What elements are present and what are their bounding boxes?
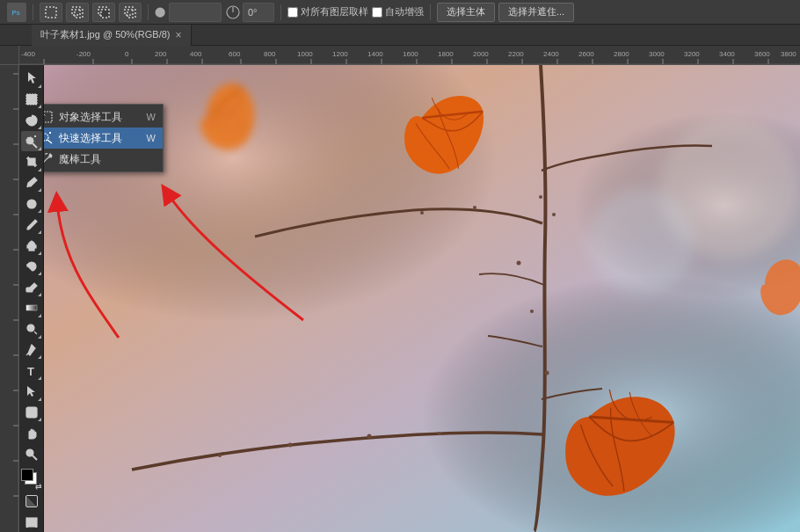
svg-text:1200: 1200 bbox=[332, 50, 348, 58]
eraser-tool[interactable] bbox=[21, 277, 42, 297]
quick-select-menu-icon bbox=[44, 131, 54, 145]
quick-select-tool[interactable] bbox=[21, 131, 42, 151]
svg-text:3600: 3600 bbox=[754, 50, 770, 58]
object-select-icon bbox=[44, 110, 54, 124]
swap-colors-icon[interactable]: ⇄ bbox=[35, 482, 42, 491]
add-selection-btn[interactable] bbox=[66, 3, 89, 22]
svg-marker-86 bbox=[27, 386, 35, 397]
ps-icon[interactable]: Ps bbox=[7, 3, 26, 22]
gradient-tool[interactable] bbox=[21, 298, 42, 318]
svg-text:-400: -400 bbox=[21, 50, 36, 58]
sep1 bbox=[33, 4, 33, 20]
sep3 bbox=[280, 4, 281, 20]
svg-rect-71 bbox=[26, 94, 37, 105]
select-mask-button[interactable]: 选择并遮住... bbox=[498, 3, 574, 22]
new-selection-btn[interactable] bbox=[40, 3, 62, 22]
quick-mask-icon bbox=[25, 495, 38, 507]
pen-tool[interactable] bbox=[21, 340, 42, 361]
tool-submenu-indicator bbox=[38, 314, 41, 317]
brush-size-input[interactable] bbox=[169, 3, 222, 22]
lasso-tool[interactable] bbox=[21, 110, 42, 130]
brush-tool[interactable] bbox=[21, 215, 42, 235]
tool-submenu-indicator bbox=[38, 126, 41, 129]
tool-submenu-indicator bbox=[38, 251, 41, 255]
history-brush-tool[interactable] bbox=[21, 257, 42, 277]
color-swatches[interactable]: ⇄ bbox=[21, 469, 42, 489]
svg-point-105 bbox=[552, 213, 556, 216]
tool-submenu-indicator bbox=[38, 84, 41, 88]
intersect-selection-btn[interactable] bbox=[119, 3, 142, 22]
svg-rect-112 bbox=[44, 112, 52, 122]
move-tool[interactable] bbox=[21, 69, 42, 89]
svg-rect-2 bbox=[72, 7, 80, 15]
hand-tool[interactable] bbox=[21, 423, 42, 443]
svg-text:T: T bbox=[27, 365, 34, 378]
auto-enhance-checkbox[interactable] bbox=[372, 7, 382, 18]
svg-point-110 bbox=[288, 443, 293, 448]
ruler-h-svg: -400 -200 0 200 400 600 800 1000 1200 14… bbox=[19, 46, 800, 65]
tool-submenu-indicator bbox=[38, 355, 41, 359]
svg-point-106 bbox=[473, 206, 476, 209]
dodge-tool[interactable] bbox=[21, 319, 42, 339]
tool-submenu-indicator bbox=[38, 376, 41, 380]
ruler-v-svg bbox=[0, 65, 19, 532]
svg-point-104 bbox=[539, 195, 542, 199]
svg-text:2600: 2600 bbox=[578, 50, 594, 58]
svg-text:-200: -200 bbox=[76, 50, 91, 58]
svg-point-107 bbox=[420, 211, 424, 215]
sep4 bbox=[430, 4, 431, 20]
svg-text:2400: 2400 bbox=[543, 50, 559, 58]
auto-enhance-label: 自动增强 bbox=[385, 5, 424, 18]
svg-rect-7 bbox=[127, 10, 135, 18]
foreground-color-swatch[interactable] bbox=[21, 469, 33, 481]
marquee-tool[interactable] bbox=[21, 90, 42, 110]
tab-close-button[interactable]: × bbox=[176, 29, 182, 41]
object-select-label: 对象选择工具 bbox=[59, 110, 122, 125]
svg-line-115 bbox=[44, 156, 50, 163]
angle-input[interactable]: 0° bbox=[243, 3, 274, 22]
stamp-tool[interactable] bbox=[21, 236, 42, 256]
svg-point-72 bbox=[26, 137, 33, 144]
text-tool[interactable]: T bbox=[21, 361, 42, 381]
svg-point-103 bbox=[545, 371, 549, 375]
quick-mask-tool[interactable] bbox=[21, 492, 42, 512]
magic-wand-icon bbox=[44, 152, 54, 166]
healing-tool[interactable] bbox=[21, 193, 42, 214]
svg-text:800: 800 bbox=[264, 50, 276, 58]
svg-text:1800: 1800 bbox=[438, 50, 454, 58]
all-layers-checkbox-label[interactable]: 对所有图层取样 bbox=[287, 5, 368, 18]
toolbar: T ⇄ bbox=[19, 65, 44, 532]
svg-rect-3 bbox=[75, 10, 83, 18]
object-select-menu-item[interactable]: 对象选择工具 W bbox=[44, 106, 163, 128]
crop-tool[interactable] bbox=[21, 152, 42, 172]
quick-select-menu-item[interactable]: 快速选择工具 W bbox=[44, 128, 163, 149]
tool-submenu-indicator bbox=[38, 418, 41, 421]
svg-marker-116 bbox=[49, 154, 52, 157]
svg-rect-5 bbox=[101, 10, 109, 18]
all-layers-checkbox[interactable] bbox=[287, 7, 298, 18]
tool-submenu-indicator bbox=[38, 397, 41, 401]
svg-text:3000: 3000 bbox=[649, 50, 665, 58]
magic-wand-label: 魔棒工具 bbox=[59, 152, 101, 167]
path-select-tool[interactable] bbox=[21, 382, 42, 402]
shape-tool[interactable] bbox=[21, 403, 42, 423]
svg-point-108 bbox=[367, 434, 372, 439]
tool-submenu-indicator bbox=[38, 293, 41, 296]
svg-line-83 bbox=[34, 332, 37, 334]
select-subject-button[interactable]: 选择主体 bbox=[437, 3, 495, 22]
svg-marker-70 bbox=[28, 72, 36, 84]
svg-text:3800: 3800 bbox=[781, 50, 796, 58]
svg-rect-79 bbox=[29, 248, 34, 251]
magic-wand-menu-item[interactable]: 魔棒工具 bbox=[44, 149, 163, 170]
svg-line-89 bbox=[33, 455, 37, 460]
tool-submenu-indicator bbox=[38, 147, 41, 150]
canvas-area: 对象选择工具 W 快速选择工具 W bbox=[44, 65, 800, 532]
eyedropper-tool[interactable] bbox=[21, 173, 42, 193]
subtract-selection-btn[interactable] bbox=[92, 3, 115, 22]
auto-enhance-checkbox-label[interactable]: 自动增强 bbox=[372, 5, 424, 18]
zoom-tool[interactable] bbox=[21, 444, 42, 464]
brush-size-label: ⬤ bbox=[155, 6, 165, 18]
ruler-horizontal: -400 -200 0 200 400 600 800 1000 1200 14… bbox=[19, 46, 800, 65]
document-tab[interactable]: 叶子素材1.jpg @ 50%(RGB/8) × bbox=[32, 25, 192, 46]
screen-mode-tool[interactable] bbox=[21, 512, 42, 532]
